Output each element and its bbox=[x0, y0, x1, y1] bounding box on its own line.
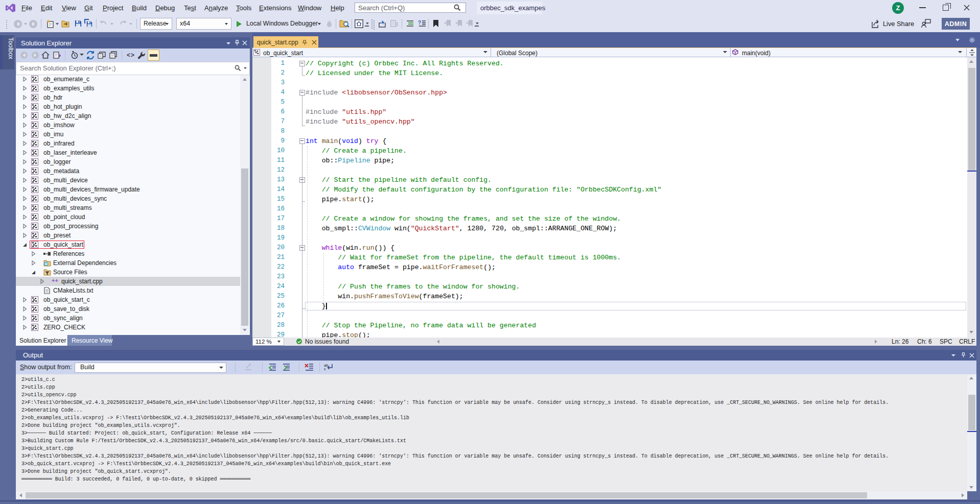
svg-text:?: ? bbox=[418, 20, 421, 26]
svg-text:c: c bbox=[324, 367, 326, 371]
